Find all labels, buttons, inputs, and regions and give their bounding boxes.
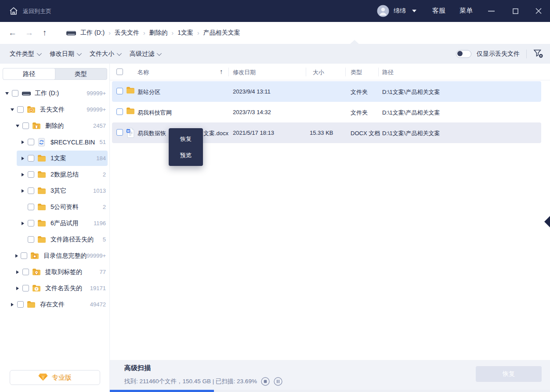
tree-item-count: 1196 (94, 220, 106, 227)
tree-item-count: 2 (103, 171, 106, 178)
menu-button[interactable]: 菜单 (460, 7, 473, 15)
expander-open-icon[interactable] (15, 124, 20, 128)
column-header-date[interactable]: 修改日期 (233, 68, 256, 76)
expander-placeholder (20, 237, 25, 242)
folder-question-icon: ? (32, 284, 42, 293)
tree-checkbox[interactable] (28, 220, 34, 227)
chevron-down-icon (77, 50, 82, 55)
expander-closed-icon[interactable] (15, 270, 20, 274)
panel-collapse-arrow-icon[interactable] (544, 216, 550, 227)
tree-checkbox[interactable] (28, 204, 34, 210)
tree-item[interactable]: 丢失文件99999+ (0, 101, 109, 118)
recover-button[interactable]: 恢复 (476, 366, 542, 382)
tree-item[interactable]: 文件路径丢失的5 (0, 231, 109, 248)
tree-item[interactable]: $RECYCLE.BIN51 (0, 134, 109, 150)
tree-item[interactable]: 6产品试用1196 (0, 215, 109, 231)
close-button[interactable] (531, 0, 546, 22)
tree-checkbox[interactable] (21, 252, 27, 259)
expander-closed-icon[interactable] (20, 156, 25, 161)
filter-dropdown[interactable]: 文件大小 (90, 50, 120, 58)
context-menu-item[interactable]: 恢复 (169, 131, 203, 147)
pause-scan-button[interactable] (274, 377, 282, 386)
column-header-size[interactable]: 大小 (313, 68, 324, 76)
tree-checkbox[interactable] (17, 301, 24, 308)
breadcrumb-item[interactable]: 1文案 (177, 29, 193, 37)
table-row[interactable]: 新站分区2023/9/4 13:11文件夹D:\1文案\产品相关文案 (112, 81, 541, 102)
breadcrumb-item[interactable]: 丢失文件 (115, 29, 139, 37)
expander-closed-icon[interactable] (10, 302, 15, 307)
tree-checkbox[interactable] (12, 90, 18, 97)
lost-files-toggle[interactable] (456, 50, 471, 58)
minimize-button[interactable] (484, 0, 499, 22)
home-button[interactable] (9, 6, 18, 16)
clear-filter-button[interactable] (533, 49, 543, 58)
column-header-name[interactable]: 名称 (138, 68, 149, 76)
back-button[interactable]: ← (8, 27, 17, 39)
tree-item[interactable]: 工作 (D:)99999+ (0, 85, 109, 101)
tree-checkbox[interactable] (28, 139, 34, 145)
back-to-home-label[interactable]: 返回到主页 (23, 7, 51, 15)
scan-stats-text: 找到: 211460个文件，150.45 GB | 已扫描: 23.69% (124, 378, 257, 385)
sort-ascending-icon[interactable]: ↑ (220, 68, 223, 75)
file-date: 2023/7/3 14:32 (233, 109, 271, 115)
tree-checkbox[interactable] (22, 269, 29, 275)
tree-item[interactable]: 1文案184 (0, 150, 109, 166)
expander-closed-icon[interactable] (15, 254, 18, 258)
home-icon (9, 10, 18, 17)
expander-open-icon[interactable] (4, 91, 10, 96)
expander-closed-icon[interactable] (20, 189, 25, 193)
context-menu: 恢复预览 (169, 128, 203, 166)
column-header-type[interactable]: 类型 (351, 68, 362, 76)
tree-checkbox[interactable] (28, 187, 34, 194)
username[interactable]: 绵绵 (394, 7, 406, 15)
expander-closed-icon[interactable] (20, 173, 25, 177)
expander-closed-icon[interactable] (20, 221, 25, 226)
context-menu-item[interactable]: 预览 (169, 147, 203, 163)
filter-dropdown[interactable]: 修改日期 (50, 50, 80, 58)
up-button[interactable]: ↑ (43, 27, 47, 39)
column-header-path[interactable]: 路径 (382, 68, 394, 76)
tree-item[interactable]: 3其它1013 (0, 183, 109, 199)
breadcrumb-item[interactable]: 删除的 (149, 29, 168, 37)
tree-checkbox[interactable] (22, 122, 29, 129)
file-date: 2021/5/17 18:13 (233, 129, 274, 136)
row-checkbox[interactable] (116, 88, 123, 94)
breadcrumb-item[interactable]: 工作 (D:) (80, 29, 105, 37)
row-checkbox[interactable] (116, 108, 123, 115)
tree-checkbox[interactable] (17, 106, 24, 113)
support-button[interactable]: 客服 (432, 7, 445, 15)
tree-checkbox[interactable] (28, 155, 34, 162)
chevron-down-icon (117, 50, 122, 55)
tree-item[interactable]: 删除的2457 (0, 118, 109, 134)
upgrade-pro-button[interactable]: 专业版 (10, 370, 100, 385)
select-all-checkbox[interactable] (116, 68, 123, 75)
expander-closed-icon[interactable] (20, 140, 25, 144)
user-dropdown-icon[interactable] (412, 10, 416, 12)
table-row[interactable]: 易我科技官网2023/7/3 14:32文件夹D:\1文案\产品相关文案 (112, 102, 541, 122)
breadcrumb-item[interactable]: 产品相关文案 (203, 29, 240, 37)
tree-item[interactable]: 5公司资料2 (0, 199, 109, 215)
tree-item[interactable]: 2数据总结2 (0, 166, 109, 183)
tree-item[interactable]: 目录信息完整的99999+ (0, 248, 109, 264)
tab-type[interactable]: 类型 (55, 68, 107, 79)
tree-item[interactable]: 提取到标签的77 (0, 264, 109, 280)
tree-item[interactable]: 存在文件49472 (0, 296, 109, 313)
maximize-button[interactable] (508, 0, 523, 22)
tree-checkbox[interactable] (28, 236, 34, 243)
gem-icon (38, 373, 48, 382)
stop-scan-button[interactable] (261, 377, 270, 386)
tab-path[interactable]: 路径 (3, 68, 55, 79)
folder-icon (126, 107, 136, 117)
tree-item-label: $RECYCLE.BIN (51, 139, 95, 146)
filter-dropdown[interactable]: 高级过滤 (130, 50, 160, 58)
forward-button[interactable]: → (25, 27, 33, 39)
avatar[interactable] (377, 5, 389, 17)
tree-item-count: 1013 (93, 187, 106, 194)
tree-checkbox[interactable] (28, 171, 34, 178)
row-checkbox[interactable] (116, 129, 123, 136)
tree-checkbox[interactable] (22, 285, 29, 291)
filter-dropdown[interactable]: 文件类型 (10, 50, 40, 58)
expander-closed-icon[interactable] (15, 286, 20, 291)
expander-open-icon[interactable] (10, 108, 15, 112)
tree-item[interactable]: ?文件名丢失的19171 (0, 280, 109, 296)
